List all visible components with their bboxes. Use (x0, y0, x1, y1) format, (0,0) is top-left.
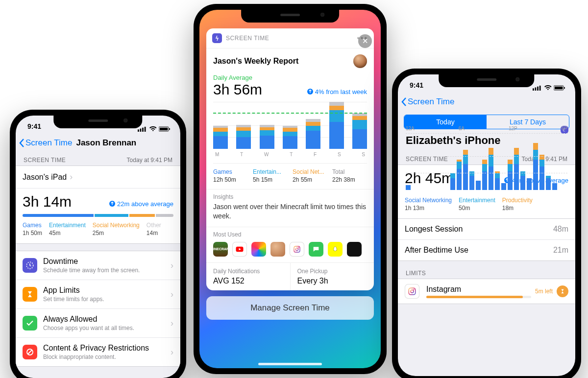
insights-section: Insights Jason went over their Minecraft… (206, 189, 374, 227)
svg-rect-18 (539, 85, 541, 90)
widget-title-row: Jason's Weekly Report (206, 48, 374, 74)
settings-row[interactable]: Content & Privacy RestrictionsBlock inap… (16, 338, 180, 366)
hourglass-icon (557, 285, 568, 297)
hour-labels: 12A6A12P6P (405, 126, 568, 133)
row-sub: Schedule time away from the screen. (43, 267, 168, 274)
back-label: Screen Time (408, 97, 454, 107)
settings-list: DowntimeSchedule time away from the scre… (16, 251, 180, 367)
notch (439, 74, 534, 87)
settings-row[interactable]: App LimitsSet time limits for apps.› (16, 280, 180, 309)
home-indicator[interactable] (258, 363, 322, 365)
device-row[interactable]: Jason's iPad › (16, 166, 180, 189)
section-timestamp: Today at 9:41 PM (127, 157, 172, 164)
svg-rect-21 (564, 87, 565, 89)
svg-point-24 (411, 290, 414, 293)
close-button[interactable]: ✕ (358, 34, 372, 48)
row-sub: Block inappropriate content. (43, 354, 168, 360)
row-sub: Set time limits for apps. (43, 296, 168, 303)
notch (53, 116, 142, 128)
svg-rect-2 (143, 127, 144, 131)
daily-notifications: Daily Notifications AVG 152 (206, 263, 291, 290)
app-icon-messages[interactable] (309, 242, 323, 257)
chevron-left-icon (401, 97, 407, 107)
svg-point-13 (295, 248, 298, 250)
category-totals: Games12h 50mEntertain...5h 15mSocial Net… (213, 163, 367, 183)
delta-from-last-week: 4% from last week (307, 88, 367, 95)
chevron-right-icon: › (171, 318, 173, 329)
limits-header: LIMITS (406, 270, 426, 277)
app-icon-youtube[interactable] (232, 242, 247, 257)
app-icon-contact[interactable] (270, 242, 285, 257)
screen: 9:41 Screen Time Today Last 7 Days Eliza… (398, 74, 575, 376)
usage-summary: 3h 14m 22m above average Games1h 50mEnte… (16, 189, 180, 243)
arrow-up-icon (109, 201, 115, 207)
svg-point-25 (414, 289, 415, 290)
svg-rect-12 (294, 246, 300, 252)
chevron-right-icon: › (171, 289, 173, 300)
svg-rect-1 (140, 128, 142, 131)
limit-app-name: Instagram (426, 285, 531, 294)
app-icon-game[interactable] (251, 242, 266, 257)
svg-rect-15 (533, 88, 534, 91)
limit-progress (426, 296, 531, 298)
svg-rect-23 (409, 288, 416, 295)
phone-center: ✕ SCREEN TIME ••• Jason's Weekly Report … (194, 4, 387, 374)
category-bar-chart (23, 214, 173, 217)
screentime-app-icon (212, 33, 222, 43)
daily-average-label: Daily Average (213, 74, 367, 81)
row-label: Always Allowed (43, 315, 168, 324)
category-legend: Social Networking1h 13mEntertainment50mP… (405, 197, 568, 212)
status-icons (138, 122, 171, 135)
usage-card: 2h 45m 42m above average 12A6A12P6P ☾ So… (398, 165, 575, 219)
app-icon-snapchat[interactable] (328, 242, 343, 257)
most-used-section: Most Used MINECRAFT (206, 227, 374, 262)
app-icon-other[interactable] (347, 242, 362, 257)
row-label: App Limits (43, 286, 168, 295)
status-time: 9:41 (410, 81, 423, 94)
nav-bar: Screen Time (398, 94, 575, 111)
stat-row[interactable]: Longest Session48m (398, 219, 575, 240)
most-used-label: Most Used (213, 231, 367, 238)
limit-row-instagram[interactable]: Instagram 5m left (398, 279, 575, 304)
svg-rect-16 (535, 87, 537, 90)
settings-row[interactable]: Always AllowedChoose apps you want at al… (16, 309, 180, 338)
back-button[interactable]: Screen Time (19, 138, 72, 148)
widget-header: SCREEN TIME ••• (206, 28, 374, 48)
app-icon-instagram (405, 284, 419, 299)
check-icon (23, 316, 37, 331)
downtime-icon (23, 258, 37, 273)
arrow-up-icon (307, 89, 313, 94)
insights-body: Jason went over their Minecraft limit tw… (213, 202, 367, 221)
avatar[interactable] (353, 54, 367, 68)
settings-row[interactable]: DowntimeSchedule time away from the scre… (16, 251, 180, 280)
weekly-bar-chart (213, 102, 367, 149)
nav-title: Jason Brennan (76, 138, 136, 148)
section-header-screentime: SCREEN TIME Today at 9:41 PM (16, 152, 180, 165)
device-name: Jason's iPad (23, 173, 67, 182)
stat-row[interactable]: After Bedtime Use21m (398, 240, 575, 260)
widget-title: Jason's Weekly Report (213, 57, 298, 66)
notif-label: Daily Notifications (213, 268, 283, 275)
svg-rect-6 (169, 128, 170, 130)
insights-label: Insights (213, 193, 367, 200)
manage-screen-time-button[interactable]: Manage Screen Time (206, 296, 374, 320)
restrict-icon (23, 345, 37, 359)
svg-rect-20 (555, 86, 563, 89)
app-icon-instagram[interactable] (290, 242, 304, 257)
chevron-right-icon: › (171, 347, 173, 357)
notif-value: AVG 152 (213, 277, 283, 285)
back-label: Screen Time (25, 138, 72, 148)
limits-header-row: LIMITS (398, 265, 575, 279)
section-label: SCREEN TIME (24, 157, 66, 164)
screentime-widget: SCREEN TIME ••• Jason's Weekly Report Da… (206, 28, 374, 290)
screen: 9:41 Screen Time Jason Brennan SCREEN TI… (16, 116, 180, 378)
chevron-right-icon: › (70, 172, 73, 182)
phone-right: 9:41 Screen Time Today Last 7 Days Eliza… (392, 69, 581, 378)
most-used-apps: MINECRAFT (213, 242, 367, 257)
total-time: 3h 14m (23, 193, 72, 210)
weekday-labels: MTWTFSS (215, 152, 365, 157)
back-button[interactable]: Screen Time (401, 97, 454, 107)
notch (241, 10, 339, 23)
app-icon-minecraft[interactable]: MINECRAFT (213, 242, 228, 257)
svg-point-14 (298, 247, 299, 248)
